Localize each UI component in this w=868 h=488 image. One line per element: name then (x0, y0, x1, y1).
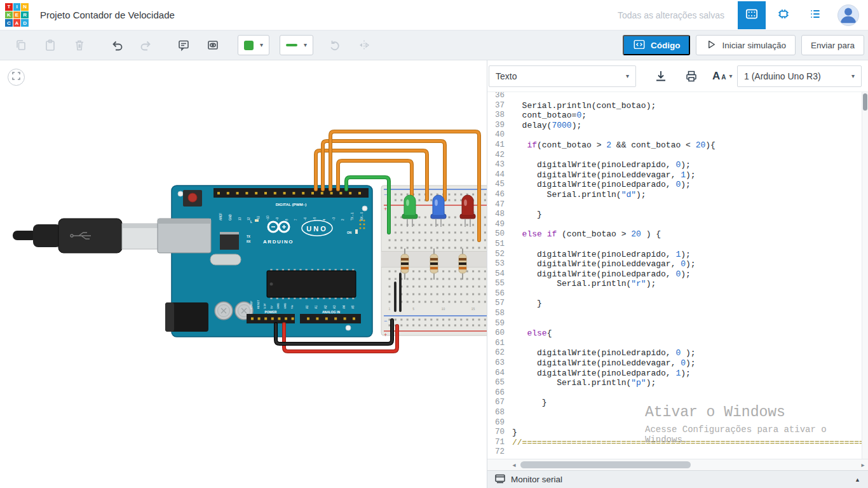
code-line[interactable]: 65 Serial.println("p"); (487, 378, 868, 388)
arduino-uno[interactable]: DIGITAL (PWM~) AREFGND1312~11~10~987~6~5… (158, 186, 372, 337)
code-view-select[interactable]: Texto ▾ (489, 65, 636, 87)
line-number: 59 (487, 319, 509, 329)
logo-tile: D (21, 19, 29, 27)
caret-down-icon: ▾ (729, 73, 733, 79)
code-line[interactable]: 50 else if (cont_botao > 20 ) { (487, 229, 868, 240)
usb-cable[interactable] (13, 219, 160, 253)
svg-text:−: − (384, 191, 387, 198)
caret-down-icon: ▾ (304, 42, 307, 48)
vertical-scrollbar[interactable] (862, 92, 868, 459)
code-line[interactable]: 39 delay(7000); (487, 121, 868, 131)
logo-tile: K (5, 11, 13, 19)
code-line[interactable]: 38 cont_botao=0; (487, 111, 868, 121)
start-simulation-button[interactable]: Iniciar simulação (696, 35, 796, 55)
line-number: 62 (487, 348, 509, 358)
svg-text:Vin: Vin (290, 304, 294, 309)
project-title[interactable]: Projeto Contador de Velocidade (40, 10, 175, 20)
code-line[interactable]: 64 digitalWrite(pinoLedparado, 1); (487, 369, 868, 379)
reset-button[interactable] (183, 190, 202, 207)
notes-icon[interactable] (176, 37, 191, 53)
mirror-icon[interactable] (356, 37, 372, 53)
code-line[interactable]: 60 else{ (487, 329, 868, 339)
visibility-icon[interactable] (205, 37, 220, 53)
component-color-dropdown[interactable]: ▾ (238, 35, 269, 55)
horizontal-scrollbar[interactable]: ◂ ▸ (487, 459, 868, 470)
code-line[interactable]: 62 digitalWrite(pinoLedrapido, 0 ); (487, 348, 868, 358)
code-line[interactable]: 58 (487, 309, 868, 319)
svg-text:A3: A3 (333, 305, 336, 309)
redo-icon[interactable] (139, 37, 154, 53)
svg-text:RX: RX (247, 240, 250, 243)
list-icon (808, 6, 823, 24)
code-line[interactable]: 49 (487, 220, 868, 230)
code-line[interactable]: 47 (487, 200, 868, 210)
horizontal-scroll-track[interactable] (519, 459, 858, 470)
expand-serial-icon[interactable]: ▲ (855, 477, 860, 483)
editor-toolbar: ▾ ▾ (0, 30, 868, 60)
code-button[interactable]: Código (623, 35, 691, 55)
breadboard-view-button[interactable] (738, 1, 766, 29)
caret-down-icon: ▾ (260, 42, 263, 48)
download-code-button[interactable] (654, 69, 668, 83)
code-line[interactable]: 48 } (487, 210, 868, 220)
send-to-button[interactable]: Enviar para (801, 35, 864, 55)
serial-monitor-icon (495, 474, 506, 485)
code-line[interactable]: 72 (487, 447, 868, 458)
chip-icon (776, 6, 791, 24)
wire-color-dropdown[interactable]: ▾ (280, 35, 313, 55)
copy-icon[interactable] (13, 37, 29, 53)
code-line[interactable]: 52 digitalWrite(pinoLedrapido, 1); (487, 250, 868, 260)
board-select-value: 1 (Arduino Uno R3) (744, 71, 821, 81)
capacitor (215, 302, 233, 320)
svg-text:RESET: RESET (257, 300, 260, 309)
code-line[interactable]: 54 digitalWrite(pinoLedparado, 0); (487, 269, 868, 280)
scroll-left-icon[interactable]: ◂ (509, 461, 519, 468)
scroll-right-icon[interactable]: ▸ (858, 461, 868, 468)
vertical-scroll-thumb[interactable] (863, 93, 867, 111)
line-number: 41 (487, 140, 509, 151)
serial-monitor-bar[interactable]: Monitor serial ▲ (487, 470, 868, 488)
delete-icon[interactable] (72, 37, 87, 53)
code-lines: 3637 Serial.println(cont_botao);38 cont_… (487, 92, 868, 458)
code-line[interactable]: 37 Serial.println(cont_botao); (487, 101, 868, 111)
code-line[interactable]: 61 (487, 339, 868, 349)
code-line[interactable]: 45 digitalWrite(pinoLedparado, 0); (487, 180, 868, 190)
tinkercad-logo[interactable]: TINKERCAD (5, 3, 29, 27)
code-line[interactable]: 43 digitalWrite(pinoLedrapido, 0); (487, 160, 868, 170)
code-line[interactable]: 57 } (487, 299, 868, 309)
code-line[interactable]: 55 Serial.println("r"); (487, 279, 868, 289)
svg-text:~10: ~10 (266, 215, 269, 220)
font-size-dropdown[interactable]: A A ▾ (712, 70, 733, 83)
code-editor[interactable]: 3637 Serial.println(cont_botao);38 cont_… (487, 92, 868, 459)
circuit-canvas[interactable]: − + − + 115510101515 (0, 60, 487, 488)
line-number: 70 (487, 428, 509, 438)
code-line[interactable]: 40 (487, 130, 868, 140)
undo-icon[interactable] (109, 37, 125, 53)
crystal (210, 254, 241, 265)
paste-icon[interactable] (43, 37, 58, 53)
code-view-value: Texto (496, 71, 517, 81)
code-line[interactable]: 59 (487, 319, 868, 329)
code-line[interactable]: 63 digitalWrite(pinoLeddevagar, 0); (487, 358, 868, 369)
svg-text:3.3V: 3.3V (263, 303, 266, 309)
horizontal-scroll-thumb[interactable] (520, 461, 691, 468)
svg-text:A2: A2 (324, 305, 327, 309)
breadboard-view-icon (744, 6, 759, 24)
code-line[interactable]: 44 digitalWrite(pinoLeddevagar, 1); (487, 170, 868, 180)
component-list-button[interactable] (801, 1, 829, 29)
code-line[interactable]: 42 (487, 151, 868, 161)
code-line[interactable]: 46 Serial.println("d"); (487, 190, 868, 200)
rotate-icon[interactable] (327, 37, 342, 53)
code-line[interactable]: 53 digitalWrite(pinoLeddevagar, 0); (487, 259, 868, 269)
print-code-button[interactable] (684, 69, 698, 83)
zoom-to-fit-button[interactable] (8, 69, 25, 86)
user-avatar[interactable] (837, 4, 859, 26)
code-line[interactable]: 41 if(cont_botao > 2 && cont_botao < 20)… (487, 140, 868, 151)
code-line[interactable]: 51 (487, 240, 868, 250)
board-select[interactable]: 1 (Arduino Uno R3) ▾ (737, 65, 862, 87)
code-line[interactable]: 56 (487, 289, 868, 299)
code-line[interactable]: 66 (487, 388, 868, 398)
code-line[interactable]: 36 (487, 92, 868, 101)
svg-text:TX: TX (247, 235, 250, 238)
schematic-view-button[interactable] (770, 1, 797, 29)
